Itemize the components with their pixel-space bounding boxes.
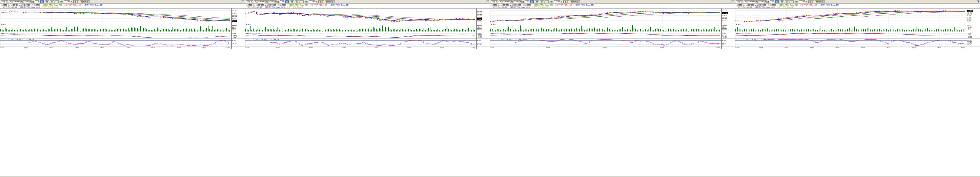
- interval-input[interactable]: [525, 0, 529, 3]
- contract-month-value: 12/06: [514, 1, 519, 3]
- unit-week-button[interactable]: 週: [50, 0, 54, 3]
- volume-section: 出来高 90.0045.0012.00: [735, 23, 980, 32]
- price-chart-canvas[interactable]: [0, 8, 231, 23]
- macd-axis: 30.00-15.002.75: [721, 32, 735, 38]
- apply-button[interactable]: 適用: [808, 0, 815, 3]
- unit-minute-button[interactable]: 分: [285, 0, 289, 3]
- price-axis: 10,10510,05510,0059,9559,9059,8559,80510…: [967, 8, 980, 23]
- legend-line-1: 日経225mini 12/06( 5分足, 2012/03/28 - 2012/…: [1, 4, 244, 6]
- bar-count-input[interactable]: [309, 0, 315, 3]
- chevron-down-icon: ▼: [265, 1, 267, 3]
- axis-tick-label: 10,005: [232, 15, 237, 17]
- volume-section: 出来高 300.00150.0048.00: [245, 23, 490, 32]
- market-select[interactable]: 先物 ▼: [491, 0, 498, 3]
- contract-month-select[interactable]: 12/06 ▼: [23, 0, 32, 3]
- bar-count-input[interactable]: [799, 0, 805, 3]
- bar-count-unit-label: 件: [561, 0, 563, 3]
- price-chart-section: 10,17510,12510,07510,0259,97510,130: [490, 8, 735, 23]
- bar-count-unit-label: 件: [316, 0, 318, 3]
- apply-button[interactable]: 適用: [318, 0, 325, 3]
- chart-workspace: 先物 ▼ 日経225mini ▼ 12/06 ▼ 足 分 日 週 月 本数 件 …: [0, 0, 980, 175]
- time-axis-label: 03/28: [245, 47, 250, 48]
- macd-canvas[interactable]: [0, 32, 231, 38]
- chevron-down-icon: ▼: [20, 1, 22, 3]
- macd-label: MACD( 12, 26, 9 ): [1, 32, 14, 34]
- symbol-select[interactable]: 日経225mini ▼: [499, 0, 512, 3]
- contract-month-select[interactable]: 12/06 ▼: [268, 0, 277, 3]
- contract-month-select[interactable]: 12/06 ▼: [513, 0, 522, 3]
- symbol-select[interactable]: 日経225mini ▼: [744, 0, 757, 3]
- chevron-down-icon: ▼: [6, 1, 8, 3]
- current-value-box: 63.00: [722, 26, 727, 28]
- market-select[interactable]: 先物 ▼: [1, 0, 8, 3]
- axis-tick-label: 10,055: [232, 12, 237, 14]
- interval-input[interactable]: [280, 0, 284, 3]
- macd-canvas[interactable]: [735, 32, 967, 38]
- collapse-arrow-button[interactable]: ◀: [487, 0, 489, 3]
- stochastics-axis: 80.0020.0015.20: [231, 39, 245, 47]
- legend-item: 移動平均FX( Close, 10 ): [575, 4, 594, 6]
- symbol-select[interactable]: 日経225mini ▼: [254, 0, 267, 3]
- price-chart-canvas[interactable]: [245, 8, 476, 23]
- unit-minute-button[interactable]: 分: [775, 0, 779, 3]
- symbol-compare-button[interactable]: 銘柄比較: [325, 0, 335, 3]
- volume-canvas[interactable]: [0, 23, 231, 32]
- unit-month-button[interactable]: 月: [544, 0, 549, 3]
- collapse-arrow-button[interactable]: ◀: [242, 0, 244, 3]
- unit-month-button[interactable]: 月: [789, 0, 794, 3]
- time-axis-label: 03/30: [961, 47, 965, 48]
- unit-month-button[interactable]: 月: [299, 0, 304, 3]
- chevron-down-icon: ▼: [764, 1, 766, 3]
- collapse-arrow-button[interactable]: ◀: [977, 0, 979, 3]
- market-select-value: 先物: [737, 0, 740, 3]
- price-axis: 10,10510,05510,0059,9559,980: [476, 8, 490, 23]
- unit-week-button[interactable]: 週: [295, 0, 299, 3]
- legend-item: 移動平均FX( Close, 10 ): [820, 4, 839, 6]
- legend-item: 一目均衡表( 9, 26, 52 ): [736, 6, 753, 8]
- chart-toolbar: 先物 ▼ 日経225mini ▼ 12/06 ▼ 足 分 日 週 月 本数 件 …: [490, 0, 735, 4]
- price-chart-canvas[interactable]: [735, 8, 967, 23]
- bar-count-input[interactable]: [554, 0, 560, 3]
- symbol-compare-button[interactable]: 銘柄比較: [80, 0, 90, 3]
- volume-canvas[interactable]: [490, 23, 721, 32]
- symbol-compare-button[interactable]: 銘柄比較: [570, 0, 580, 3]
- chart-legend: 日経225mini 12/06( 5分足, 2012/03/28 - 2012/…: [0, 4, 245, 8]
- current-value-box: -9.51: [232, 35, 237, 37]
- legend-item: 移動平均FX( Close, 75 ): [43, 4, 62, 6]
- time-axis-labels: 03/2603/2703/2803/2903/30: [490, 47, 721, 49]
- chevron-down-icon: ▼: [755, 1, 757, 3]
- volume-canvas[interactable]: [735, 23, 967, 32]
- price-chart-canvas[interactable]: [490, 8, 721, 23]
- chevron-down-icon: ▼: [741, 1, 743, 3]
- symbol-select[interactable]: 日経225mini ▼: [9, 0, 22, 3]
- macd-canvas[interactable]: [245, 32, 476, 38]
- interval-input[interactable]: [35, 0, 39, 3]
- unit-month-button[interactable]: 月: [54, 0, 59, 3]
- symbol-compare-button[interactable]: 銘柄比較: [815, 0, 825, 3]
- stochastics-plot: スロー・ストキャスティクス( 14, 3, 80, 20 ): [0, 39, 231, 47]
- interval-input[interactable]: [770, 0, 774, 3]
- market-select[interactable]: 先物 ▼: [246, 0, 253, 3]
- unit-minute-button[interactable]: 分: [40, 0, 44, 3]
- time-axis-label: 16:30: [835, 47, 840, 48]
- unit-week-button[interactable]: 週: [785, 0, 789, 3]
- unit-day-button[interactable]: 日: [780, 0, 784, 3]
- volume-canvas[interactable]: [245, 23, 476, 32]
- collapse-arrow-button[interactable]: ◀: [732, 0, 734, 3]
- stochastics-section: スロー・ストキャスティクス( 14, 3, 80, 20 ) 80.0020.0…: [735, 38, 980, 47]
- unit-day-button[interactable]: 日: [290, 0, 294, 3]
- contract-month-select[interactable]: 12/06 ▼: [758, 0, 767, 3]
- bar-count-input[interactable]: [64, 0, 70, 3]
- macd-canvas[interactable]: [490, 32, 721, 38]
- unit-day-button[interactable]: 日: [45, 0, 49, 3]
- bottom-scrollbar[interactable]: [0, 175, 980, 177]
- time-axis-corner: [476, 47, 490, 49]
- unit-day-button[interactable]: 日: [535, 0, 539, 3]
- unit-week-button[interactable]: 週: [540, 0, 544, 3]
- chart-toolbar: 先物 ▼ 日経225mini ▼ 12/06 ▼ 足 分 日 週 月 本数 件 …: [0, 0, 245, 4]
- unit-minute-button[interactable]: 分: [530, 0, 534, 3]
- apply-button[interactable]: 適用: [563, 0, 570, 3]
- market-select[interactable]: 先物 ▼: [736, 0, 743, 3]
- stochastics-label: スロー・ストキャスティクス( 14, 3, 80, 20 ): [1, 39, 35, 41]
- apply-button[interactable]: 適用: [73, 0, 80, 3]
